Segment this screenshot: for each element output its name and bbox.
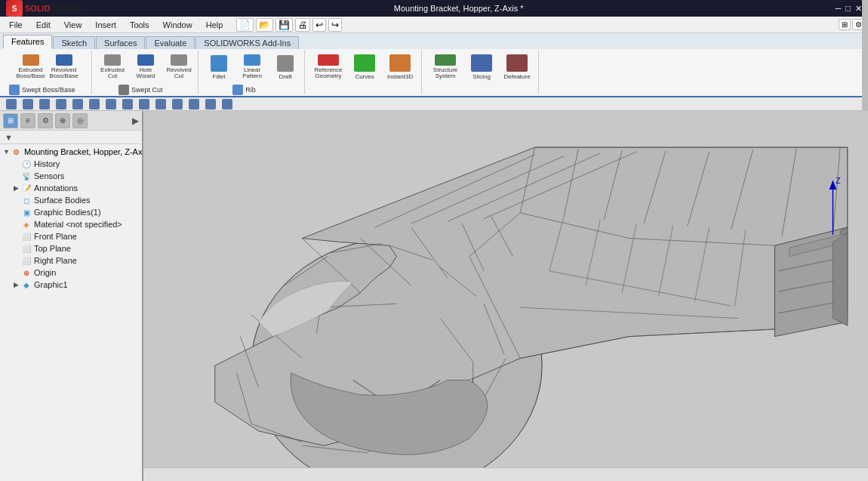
tree-item-annotations[interactable]: ▶ 📝 Annotations: [0, 182, 142, 194]
structure-system-button[interactable]: Structure System: [426, 52, 464, 82]
cut-main-buttons: Extruded Cut Hole Wizard Revolved Cut: [97, 52, 195, 82]
cmd-icon-3[interactable]: [39, 99, 50, 109]
tree-expand-annotations[interactable]: ▶: [12, 184, 20, 192]
tab-features[interactable]: Features: [3, 35, 52, 49]
rib-label: Rib: [245, 86, 256, 94]
tab-sketch[interactable]: Sketch: [53, 36, 95, 49]
curves-button[interactable]: Curves: [349, 52, 380, 82]
boss-base-sub-buttons: Swept Boss/Base Lofted Boss/Base Boundar…: [6, 84, 88, 96]
tree-item-origin[interactable]: ⊕ Origin: [0, 267, 142, 279]
menu-edit[interactable]: Edit: [30, 19, 57, 31]
reference-geometry-button[interactable]: Reference Geometry: [309, 52, 347, 82]
fillet-button[interactable]: Fillet: [203, 52, 235, 82]
print-icon[interactable]: 🖨: [295, 18, 310, 32]
features-main-buttons: Fillet Linear Pattern Draft: [203, 52, 301, 82]
tree-expand-top-plane: [12, 245, 20, 252]
extruded-boss-base-button[interactable]: Extruded Boss/Base: [15, 52, 47, 82]
filter-icon[interactable]: ▼: [3, 131, 14, 143]
cmd-icon-11[interactable]: [172, 99, 183, 109]
view-icon[interactable]: ⊞: [839, 19, 851, 30]
extruded-cut-button[interactable]: Extruded Cut: [97, 52, 128, 82]
tree-item-right-plane[interactable]: ⬜ Right Plane: [0, 254, 142, 267]
extruded-cut-icon: [104, 54, 121, 65]
tree-label-sensors: Sensors: [34, 171, 64, 180]
reference-geometry-icon: [318, 54, 339, 65]
cmd-icon-6[interactable]: [89, 99, 100, 109]
tree-item-surface-bodies[interactable]: ◻ Surface Bodies: [0, 194, 142, 206]
defeature-button[interactable]: Defeature: [499, 52, 535, 82]
cmd-icon-14[interactable]: [222, 99, 232, 109]
panel-dim-icon[interactable]: ⊕: [55, 113, 70, 128]
window-controls: ─ □ ✕: [836, 4, 862, 14]
maximize-button[interactable]: □: [845, 4, 851, 14]
tree-label-top-plane: Top Plane: [34, 244, 71, 253]
model-area[interactable]: Z: [143, 111, 868, 467]
menu-view[interactable]: View: [58, 19, 88, 31]
revolved-boss-base-button[interactable]: Revolved Boss/Base: [48, 52, 80, 82]
tree-icon-annotations: 📝: [21, 183, 32, 193]
cmd-icon-2[interactable]: [23, 99, 33, 109]
hole-wizard-label: Hole Wizard: [132, 67, 159, 81]
main-area: ⊞ ≡ ⚙ ⊕ ◎ ▶ ▼ ▼ ⚙ Mounting Bracket, Hopp…: [0, 111, 868, 481]
new-icon[interactable]: 📄: [236, 18, 254, 32]
tree-item-root[interactable]: ▼ ⚙ Mounting Bracket, Hopper, Z-Axis (De…: [0, 146, 142, 158]
cmd-icon-1[interactable]: [6, 99, 17, 109]
linear-pattern-button[interactable]: Linear Pattern: [236, 52, 268, 82]
cmd-icon-7[interactable]: [106, 99, 116, 109]
cmd-icon-9[interactable]: [139, 99, 149, 109]
menu-insert[interactable]: Insert: [89, 19, 122, 31]
cmd-icon-8[interactable]: [122, 99, 133, 109]
open-icon[interactable]: 📂: [256, 18, 273, 32]
viewport[interactable]: Z: [143, 111, 868, 481]
tree-expand-root[interactable]: ▼: [3, 148, 10, 156]
menu-window[interactable]: Window: [157, 19, 199, 31]
solidworks-logo: S SOLIDWORKS: [6, 0, 82, 17]
panel-config-icon[interactable]: ⚙: [38, 113, 53, 128]
tree-item-history[interactable]: 🕐 History: [0, 158, 142, 170]
revolved-cut-button[interactable]: Revolved Cut: [163, 52, 195, 82]
tab-solidworks-addins[interactable]: SOLIDWORKS Add-Ins: [195, 36, 299, 49]
swept-cut-button[interactable]: Swept Cut: [115, 83, 176, 96]
tree-item-material[interactable]: ◈ Material <not specified>: [0, 218, 142, 230]
tree-item-top-plane[interactable]: ⬜ Top Plane: [0, 242, 142, 254]
minimize-button[interactable]: ─: [836, 4, 842, 14]
menu-help[interactable]: Help: [200, 19, 229, 31]
save-icon[interactable]: 💾: [275, 18, 293, 32]
cmd-icon-5[interactable]: [72, 99, 83, 109]
menu-tools[interactable]: Tools: [124, 19, 155, 31]
menu-file[interactable]: File: [3, 19, 29, 31]
draft-icon: [277, 55, 294, 72]
cmd-icon-4[interactable]: [56, 99, 66, 109]
ribbon-group-boss-base: Extruded Boss/Base Revolved Boss/Base Sw…: [3, 51, 92, 94]
draft-label: Draft: [279, 73, 291, 80]
slicing-button[interactable]: Slicing: [466, 52, 497, 82]
cmd-icon-12[interactable]: [189, 99, 199, 109]
tree-expand-origin: [12, 269, 20, 276]
tab-evaluate[interactable]: Evaluate: [146, 36, 195, 49]
panel-feature-tree-icon[interactable]: ⊞: [3, 113, 18, 128]
cmd-icon-10[interactable]: [155, 99, 166, 109]
ref-main-buttons: Reference Geometry Curves Instant3D: [309, 52, 418, 82]
tree-item-front-plane[interactable]: ⬜ Front Plane: [0, 230, 142, 242]
tree-label-right-plane: Right Plane: [34, 256, 77, 265]
tree-item-sensors[interactable]: 📡 Sensors: [0, 170, 142, 182]
tree-icon-right-plane: ⬜: [21, 255, 32, 266]
tree-expand-graphic1[interactable]: ▶: [12, 281, 20, 288]
undo-icon[interactable]: ↩: [312, 18, 326, 32]
title-bar-left: S SOLIDWORKS: [6, 0, 82, 17]
draft-button[interactable]: Draft: [269, 52, 301, 82]
panel-expand-arrow[interactable]: ▶: [132, 116, 139, 126]
rib-button[interactable]: Rib: [229, 83, 275, 96]
cmd-icon-13[interactable]: [205, 99, 216, 109]
swept-boss-button[interactable]: Swept Boss/Base: [6, 83, 88, 96]
panel-property-icon[interactable]: ≡: [20, 113, 35, 128]
hole-wizard-button[interactable]: Hole Wizard: [130, 52, 162, 82]
close-button[interactable]: ✕: [855, 4, 862, 14]
tab-surfaces[interactable]: Surfaces: [96, 36, 145, 49]
panel-appearance-icon[interactable]: ◎: [72, 113, 88, 128]
redo-icon[interactable]: ↪: [328, 18, 342, 32]
instant3d-button[interactable]: Instant3D: [382, 52, 418, 82]
linear-pattern-icon: [244, 54, 260, 65]
tree-item-graphic-bodies[interactable]: ▣ Graphic Bodies(1): [0, 206, 142, 218]
tree-item-graphic1[interactable]: ▶ ◆ Graphic1: [0, 279, 142, 291]
